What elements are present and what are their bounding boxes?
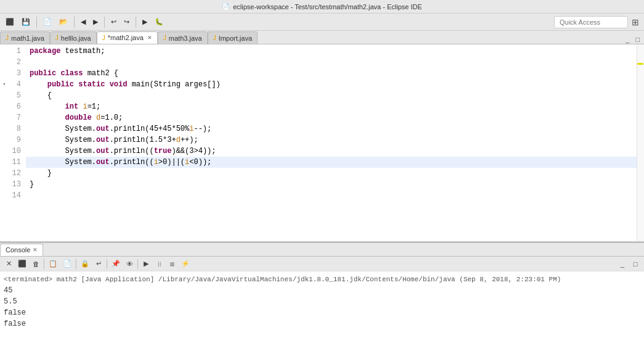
ln-5: 5 bbox=[11, 90, 21, 101]
gutter-row-2 bbox=[0, 57, 9, 68]
minimize-editor-btn[interactable]: _ bbox=[624, 35, 631, 44]
code-line-1: package testmath; bbox=[26, 46, 637, 57]
copy-btn[interactable]: 📋 bbox=[46, 258, 60, 270]
editor-area: ▾ 1 2 3 4 5 6 7 8 9 10 11 12 13 bbox=[0, 44, 644, 242]
tab-icon-math2: J bbox=[102, 35, 105, 41]
display-btn[interactable]: 👁 bbox=[123, 258, 136, 270]
toolbar-btn-0[interactable]: ⬛ bbox=[2, 15, 17, 29]
line-numbers: 1 2 3 4 5 6 7 8 9 10 11 12 13 14 bbox=[9, 44, 26, 241]
console-output: <terminated> math2 [Java Application] /L… bbox=[0, 271, 644, 359]
toolbar-perspective-btn[interactable]: ⊞ bbox=[629, 16, 642, 28]
gutter-row-4[interactable]: ▾ bbox=[0, 79, 9, 90]
mark-line-1 bbox=[637, 63, 643, 65]
toolbar-btn-redo[interactable]: ↪ bbox=[121, 15, 132, 29]
code-line-12: } bbox=[26, 168, 637, 179]
main-toolbar: ⬛ 💾 📄 📂 ◀ ▶ ↩ ↪ ▶ 🐛 ⊞ bbox=[0, 14, 644, 31]
tab-helllo[interactable]: J helllo.java bbox=[50, 31, 97, 44]
gutter-row-11 bbox=[0, 157, 9, 168]
toolbar-btn-open[interactable]: 📂 bbox=[56, 15, 71, 29]
code-line-14 bbox=[26, 190, 637, 201]
tab-label-math3: math3.java bbox=[169, 35, 202, 42]
editor-tab-bar: J math1.java J helllo.java J *math2.java… bbox=[0, 31, 644, 44]
gutter-row-9 bbox=[0, 134, 9, 146]
tab-math3[interactable]: J math3.java bbox=[158, 31, 208, 44]
ln-2: 2 bbox=[11, 57, 21, 68]
toolbar-btn-back[interactable]: ◀ bbox=[78, 15, 89, 29]
editor-gutter: ▾ bbox=[0, 44, 9, 241]
tab-import[interactable]: J Import.java bbox=[208, 31, 258, 44]
title-text: eclipse-workspace - Test/src/testmath/ma… bbox=[233, 3, 422, 10]
remove-all-btn[interactable]: 🗑 bbox=[30, 258, 42, 270]
code-line-4: public static void main(String arges[]) bbox=[26, 79, 637, 90]
toolbar-btn-forward[interactable]: ▶ bbox=[90, 15, 101, 29]
console-tab-bar: Console ✕ bbox=[0, 243, 644, 257]
gutter-row-14 bbox=[0, 190, 9, 201]
run-btn[interactable]: ▶ bbox=[140, 258, 152, 270]
suspend-btn[interactable]: ⏸ bbox=[153, 258, 165, 270]
toolbar-sep-3 bbox=[104, 17, 105, 28]
console-output-line-4: false bbox=[4, 318, 640, 329]
toolbar-sep-1 bbox=[36, 17, 37, 28]
tab-bar-controls: _ □ bbox=[624, 35, 644, 44]
tab-math1[interactable]: J math1.java bbox=[0, 31, 50, 44]
console-tab-close[interactable]: ✕ bbox=[33, 247, 38, 253]
maximize-console-btn[interactable]: □ bbox=[629, 258, 642, 270]
tab-close-math2[interactable]: ✕ bbox=[147, 35, 152, 41]
ln-9: 9 bbox=[11, 134, 21, 146]
gutter-row-7 bbox=[0, 112, 9, 123]
code-line-9: System.out.println(1.5*3+d++); bbox=[26, 134, 637, 146]
console-sep-2 bbox=[76, 259, 76, 269]
tab-label-helllo: helllo.java bbox=[61, 35, 91, 42]
toolbar-btn-run[interactable]: ▶ bbox=[139, 15, 150, 29]
console-tab[interactable]: Console ✕ bbox=[0, 244, 43, 256]
console-toolbar: ✕ ⬛ 🗑 📋 📄 🔒 ↵ 📌 👁 ▶ ⏸ ⏹ ⚡ _ □ bbox=[0, 257, 644, 271]
console-output-line-3: false bbox=[4, 307, 640, 318]
toolbar-btn-save[interactable]: 💾 bbox=[18, 15, 33, 29]
code-line-11: System.out.println((i>0)||(i<0)); bbox=[26, 157, 637, 168]
ln-10: 10 bbox=[11, 146, 21, 157]
gutter-row-8 bbox=[0, 123, 9, 134]
console-status-line: <terminated> math2 [Java Application] /L… bbox=[4, 274, 640, 285]
toolbar-sep-4 bbox=[136, 17, 136, 28]
eclipse-ide: 📄 eclipse-workspace - Test/src/testmath/… bbox=[0, 0, 644, 359]
tab-icon-import: J bbox=[213, 35, 216, 41]
toolbar-btn-new[interactable]: 📄 bbox=[40, 15, 55, 29]
editor-right-marks bbox=[637, 44, 644, 241]
stop-btn[interactable]: ⏹ bbox=[166, 258, 178, 270]
pin-btn[interactable]: 📌 bbox=[109, 258, 123, 270]
tab-icon-helllo: J bbox=[55, 35, 59, 41]
tab-math2[interactable]: J *math2.java ✕ bbox=[97, 31, 158, 44]
toolbar-btn-debug[interactable]: 🐛 bbox=[152, 15, 166, 29]
paste-btn[interactable]: 📄 bbox=[60, 258, 74, 270]
quick-access-input[interactable] bbox=[554, 16, 628, 28]
code-editor[interactable]: package testmath; public class math2 { p… bbox=[26, 44, 637, 241]
console-output-line-1: 45 bbox=[4, 285, 640, 296]
code-line-10: System.out.println((true)&&(3>4)); bbox=[26, 146, 637, 157]
gutter-row-5 bbox=[0, 90, 9, 101]
toolbar-btn-undo[interactable]: ↩ bbox=[108, 15, 120, 29]
maximize-editor-btn[interactable]: □ bbox=[634, 35, 642, 44]
ln-1: 1 bbox=[11, 46, 21, 57]
ln-7: 7 bbox=[11, 112, 21, 123]
tab-label-math1: math1.java bbox=[11, 35, 44, 42]
terminate-btn[interactable]: ⬛ bbox=[15, 258, 29, 270]
disconnect-btn[interactable]: ⚡ bbox=[179, 258, 192, 270]
scroll-lock-btn[interactable]: 🔒 bbox=[78, 258, 92, 270]
gutter-row-12 bbox=[0, 168, 9, 179]
title-bar: 📄 eclipse-workspace - Test/src/testmath/… bbox=[0, 0, 644, 14]
console-tab-label: Console bbox=[6, 246, 30, 254]
ln-14: 14 bbox=[11, 190, 21, 201]
ln-13: 13 bbox=[11, 179, 21, 190]
gutter-row-10 bbox=[0, 146, 9, 157]
code-line-13: } bbox=[26, 179, 637, 190]
code-line-6: int i=1; bbox=[26, 101, 637, 112]
console-sep-3 bbox=[107, 259, 107, 269]
code-line-3: public class math2 { bbox=[26, 68, 637, 79]
tab-icon-math3: J bbox=[163, 35, 166, 41]
word-wrap-btn[interactable]: ↵ bbox=[92, 258, 105, 270]
console-panel: Console ✕ ✕ ⬛ 🗑 📋 📄 🔒 ↵ 📌 👁 ▶ ⏸ ⏹ ⚡ _ bbox=[0, 242, 644, 359]
clear-console-btn[interactable]: ✕ bbox=[2, 258, 15, 270]
gutter-row-3 bbox=[0, 68, 9, 79]
code-line-5: { bbox=[26, 90, 637, 101]
minimize-console-btn[interactable]: _ bbox=[616, 258, 629, 270]
